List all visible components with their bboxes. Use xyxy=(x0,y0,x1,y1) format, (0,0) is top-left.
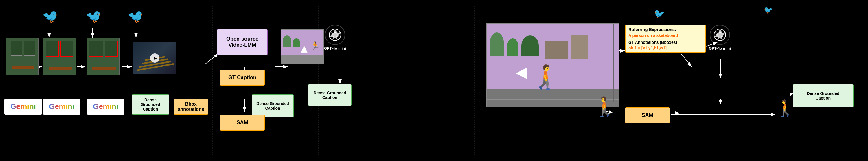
video-frame-1 xyxy=(6,38,39,75)
referring-expressions-box: Referring Expressions: A person on a ska… xyxy=(625,25,706,53)
gpt-circle-right2 xyxy=(710,25,730,45)
bbox-label: Bbox annotations xyxy=(177,102,205,112)
dense-caption-middle: Dense GroundedCaption xyxy=(252,94,294,117)
bird-silhouette-right2-1: 🐦 xyxy=(654,9,664,19)
video-thumbnail: ▶ xyxy=(133,42,177,74)
gt-annotations-value: obj1 = [x1,y1,h1,w1] xyxy=(628,46,703,50)
scene-image-right1: 🏃 ▶ xyxy=(281,29,324,64)
gt-caption-box: GT Caption xyxy=(220,70,265,86)
dense-caption-middle-label: Dense GroundedCaption xyxy=(256,101,289,110)
sam-middle-box: SAM xyxy=(220,114,265,131)
bird-icon-3: 🐦 xyxy=(127,9,144,24)
main-diagram: 🐦 🐦 🐦 ▶ xyxy=(0,0,868,161)
gemini-label-2: Gemini xyxy=(49,102,74,111)
sam-right2-label: SAM xyxy=(642,112,653,118)
sam-right2-box: SAM xyxy=(625,107,670,123)
ref-expr-value: A person on a skateboard xyxy=(628,33,703,38)
gpt-logo-right2: GPT-4o mini xyxy=(709,25,731,51)
video-frame-3 xyxy=(87,38,120,75)
gemini-box-1: Gemini xyxy=(4,99,42,114)
bird-icon-2: 🐦 xyxy=(85,9,101,24)
gpt-label-right1: GPT-4o mini xyxy=(324,46,346,51)
dense-caption-left: Dense GroundedCaption xyxy=(132,94,169,114)
gt-caption-label: GT Caption xyxy=(228,75,256,81)
bbox-annotations-box: Bbox annotations xyxy=(174,99,208,114)
gemini-label-3: Gemini xyxy=(93,102,118,111)
dense-caption-right1: Dense Grounded Caption xyxy=(308,84,351,106)
sam-middle-label: SAM xyxy=(237,119,248,126)
bird-silhouette-right2-2: 🐦 xyxy=(764,6,773,14)
bird-icon-1: 🐦 xyxy=(42,9,58,24)
svg-line-20 xyxy=(680,52,691,67)
dense-caption-left-label: Dense GroundedCaption xyxy=(135,98,166,111)
dense-caption-far-right: Dense GroundedCaption xyxy=(793,84,854,107)
gpt-label-right2: GPT-4o mini xyxy=(709,46,731,51)
scene-image-right2: 🚶 ◀ xyxy=(486,23,619,107)
gpt-logo-right1: GPT-4o mini xyxy=(324,25,346,51)
gt-annotations-title: GT Annotations (Bboxes) xyxy=(628,40,703,45)
gemini-box-2: Gemini xyxy=(43,99,81,114)
open-source-label: Open-source Video-LMM xyxy=(221,36,263,48)
svg-line-6 xyxy=(206,54,218,64)
arrows-overlay xyxy=(0,0,868,161)
gpt-circle-right1 xyxy=(325,25,345,45)
dense-caption-right1-label: Dense Grounded Caption xyxy=(311,90,348,100)
person-silhouette-right2: 🚶 xyxy=(593,96,617,118)
dense-caption-far-right-label: Dense GroundedCaption xyxy=(807,91,840,100)
video-frame-2 xyxy=(43,38,76,75)
arrows-right2 xyxy=(0,0,868,161)
gemini-box-3: Gemini xyxy=(87,99,124,114)
ref-expr-title: Referring Expressions: xyxy=(628,27,703,32)
open-source-box: Open-source Video-LMM xyxy=(217,29,268,55)
gemini-label-1: Gemini xyxy=(10,102,36,111)
person-silhouette-far-right: 🚶 xyxy=(775,99,795,117)
